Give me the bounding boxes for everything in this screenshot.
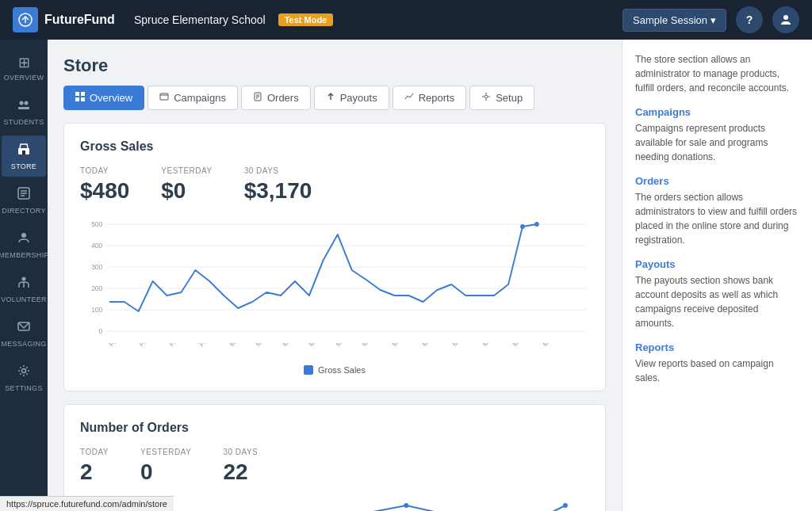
url-bar: https://spruce.futurefund.com/admin/stor… [0,496,174,511]
membership-icon [17,231,31,249]
settings-icon [17,364,31,382]
sidebar-item-settings[interactable]: SETTINGS [2,357,46,399]
orders-30days-value: 22 [223,460,258,485]
campaigns-tab-icon [159,92,169,104]
sidebar-item-store[interactable]: STORE [2,135,46,177]
campaigns-help-title: Campaigns [635,106,799,118]
svg-rect-17 [81,92,85,96]
reports-help-text: View reports based on campaign sales. [635,357,799,385]
stat-yesterday: YESTERDAY $0 [161,166,212,204]
svg-point-1 [783,15,788,20]
logo: FutureFund [13,7,115,32]
gross-sales-card: Gross Sales TODAY $480 YESTERDAY $0 30 D… [63,123,606,391]
stat-30days-value: $3,170 [244,178,312,204]
orders-help-title: Orders [635,175,799,187]
legend-label: Gross Sales [318,365,366,375]
svg-point-27 [485,95,488,98]
svg-point-40 [520,224,525,229]
orders-today-label: TODAY [80,448,109,456]
legend-dot [304,365,313,375]
orders-stat-yesterday: YESTERDAY 0 [140,448,191,485]
svg-text:300: 300 [91,263,102,271]
students-icon [17,97,31,116]
main-content: Store Overview Campaigns [48,40,622,511]
directory-label: DIRECTORY [2,207,45,215]
page-header: Store Overview Campaigns [63,55,606,110]
sidebar-item-volunteer[interactable]: VOLUNTEER [2,269,46,310]
chevron-down-icon: ▾ [710,14,716,26]
right-panel: The store section allows an administrato… [622,40,812,511]
sidebar-item-directory[interactable]: DIRECTORY [2,180,46,221]
svg-text:0: 0 [99,327,103,335]
svg-point-44 [563,503,568,508]
svg-text:400: 400 [91,242,102,250]
orders-card: Number of Orders TODAY 2 YESTERDAY 0 30 … [63,404,606,511]
tab-reports[interactable]: Reports [393,86,467,110]
volunteer-label: VOLUNTEER [1,296,47,303]
tab-campaigns[interactable]: Campaigns [147,86,238,110]
sidebar-item-messaging[interactable]: MESSAGING [2,313,46,354]
svg-point-4 [25,101,29,105]
campaigns-help-text: Campaigns represent products available f… [635,121,799,164]
tab-nav: Overview Campaigns Orders [63,86,606,110]
settings-label: SETTINGS [5,384,42,392]
orders-yesterday-label: YESTERDAY [140,448,191,456]
orders-stat-30days: 30 DAYS 22 [223,448,258,485]
svg-rect-18 [75,97,79,101]
page-title: Store [63,55,606,76]
directory-icon [17,186,31,204]
top-nav: FutureFund Spruce Elementary School Test… [0,0,812,40]
svg-text:200: 200 [91,284,102,292]
store-icon [17,142,31,160]
students-label: STUDENTS [4,118,44,126]
sidebar-item-overview[interactable]: ⊞ OVERVIEW [2,48,46,88]
volunteer-icon [17,275,31,293]
gross-sales-title: Gross Sales [80,139,589,154]
messaging-label: MESSAGING [1,340,46,348]
chart-legend: Gross Sales [80,365,589,375]
setup-tab-icon [481,92,491,104]
right-panel-campaigns: Campaigns Campaigns represent products a… [635,106,799,164]
user-avatar-button[interactable] [772,6,799,33]
messaging-icon [17,319,31,337]
sidebar: ⊞ OVERVIEW STUDENTS STORE DIRECTORY ME [0,40,48,511]
orders-title: Number of Orders [80,421,589,435]
sidebar-item-membership[interactable]: MEMBERSHIP [2,224,46,265]
orders-30days-label: 30 DAYS [223,448,258,456]
school-name: Spruce Elementary School [134,13,266,26]
sidebar-item-students[interactable]: STUDENTS [2,91,46,132]
logo-text: FutureFund [44,13,115,27]
stat-today-label: TODAY [80,166,129,175]
svg-rect-16 [75,92,79,96]
tab-overview[interactable]: Overview [63,86,144,110]
stat-today-value: $480 [80,178,129,204]
gross-sales-chart: 500 400 300 200 100 0 Feb 21 Feb 23 [80,216,589,359]
reports-help-title: Reports [635,341,799,353]
gross-sales-stats: TODAY $480 YESTERDAY $0 30 DAYS $3,170 [80,166,589,204]
orders-help-text: The orders section allows administrators… [635,190,799,247]
logo-icon [13,7,38,32]
payouts-tab-icon [326,92,335,104]
orders-yesterday-value: 0 [140,460,191,485]
tab-payouts[interactable]: Payouts [314,86,389,110]
orders-today-value: 2 [80,460,109,485]
svg-rect-19 [81,97,85,101]
session-button[interactable]: Sample Session ▾ [622,9,726,32]
help-button[interactable]: ? [736,6,763,33]
overview-tab-icon [75,92,85,104]
orders-tab-icon [253,92,262,104]
right-panel-intro: The store section allows an administrato… [635,52,799,95]
stat-30days: 30 DAYS $3,170 [244,166,312,204]
stat-yesterday-label: YESTERDAY [161,166,212,175]
right-panel-orders: Orders The orders section allows adminis… [635,175,799,247]
stat-yesterday-value: $0 [161,178,212,204]
tab-orders[interactable]: Orders [241,86,311,110]
stat-today: TODAY $480 [80,166,129,204]
orders-stats: TODAY 2 YESTERDAY 0 30 DAYS 22 [80,448,589,485]
tab-setup[interactable]: Setup [469,86,534,110]
main-layout: ⊞ OVERVIEW STUDENTS STORE DIRECTORY ME [0,40,812,511]
svg-point-3 [20,101,24,105]
right-panel-reports: Reports View reports based on campaign s… [635,341,799,385]
svg-point-11 [21,233,26,238]
svg-point-41 [534,222,539,227]
